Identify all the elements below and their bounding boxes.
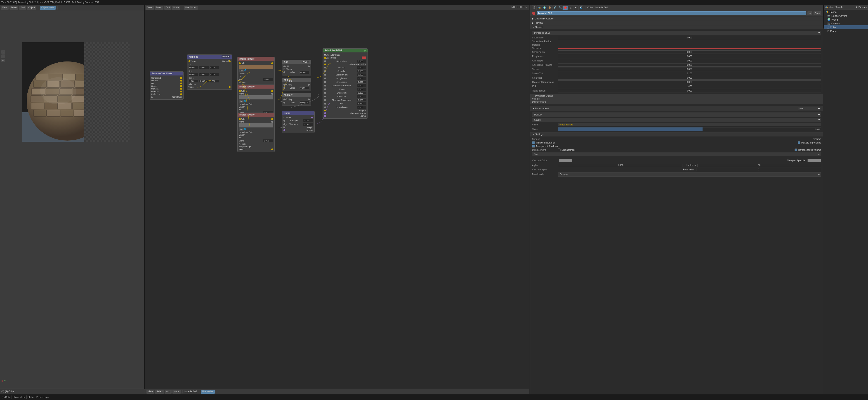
- multiple-importance-checkbox[interactable]: [532, 141, 535, 144]
- use-nodes-btn[interactable]: Use Nodes: [201, 390, 215, 394]
- img-tex-1-blend-val[interactable]: [263, 78, 273, 81]
- add-value[interactable]: [300, 71, 310, 74]
- principled-aniso-val[interactable]: [357, 81, 366, 84]
- clearcoat-val[interactable]: 0.000: [558, 76, 821, 80]
- alpha-val[interactable]: 1.000: [559, 164, 682, 167]
- view-menu-btn[interactable]: View: [1, 6, 8, 10]
- blend-mode-final-select[interactable]: Opaque Alpha Clip Alpha Hashed Alpha Ble…: [558, 172, 821, 177]
- bump-distance-val[interactable]: [303, 123, 313, 126]
- principled-clearcoat-val[interactable]: [357, 95, 366, 98]
- tex-coord-fromdupli[interactable]: ☐ From Dupli: [151, 96, 182, 98]
- principled-ior-val[interactable]: [357, 102, 366, 105]
- add-menu-btn[interactable]: Add: [19, 6, 26, 10]
- viewport-color-swatch[interactable]: [559, 159, 572, 162]
- blend-mode-select[interactable]: True False: [532, 152, 821, 156]
- sheentint-val[interactable]: 0.100: [558, 72, 821, 75]
- transparent-shadows-checkbox[interactable]: [532, 145, 535, 148]
- viewport-tool-2[interactable]: ↕: [1, 55, 5, 58]
- principled-spectint-val[interactable]: [357, 73, 366, 76]
- node-view-btn[interactable]: View: [146, 6, 154, 10]
- settings-toggle[interactable]: ▼ Settings: [530, 132, 823, 136]
- principled-anisorot-val[interactable]: [357, 84, 366, 87]
- render-props-tab[interactable]: 🎬: [532, 5, 537, 10]
- mapping-node[interactable]: Mapping Point ▾ Vector Normal Loc: [187, 55, 232, 90]
- displacement-shader-select[interactable]: Multiply Add: [532, 113, 821, 117]
- mapping-rot-y[interactable]: [199, 73, 209, 76]
- principled-color-swatch[interactable]: [362, 57, 366, 59]
- disp-value-slider[interactable]: 0.550: [558, 127, 821, 131]
- node-use-nodes-btn[interactable]: Use Nodes: [184, 6, 198, 10]
- node-view-btn-2[interactable]: View: [147, 390, 154, 394]
- surface-shader-select[interactable]: Principled BSDF Diffuse BSDF Glossy BSDF: [532, 31, 821, 35]
- img-tex-1-controls[interactable]: Flat 🌐: [239, 69, 273, 72]
- multiple-importance-row[interactable]: Multiple Importance Multiple Importance: [530, 141, 823, 145]
- multiply-1-value[interactable]: [300, 86, 310, 90]
- material-name-input[interactable]: [537, 11, 806, 16]
- modifier-props-tab[interactable]: 🔧: [558, 5, 563, 10]
- disp-checkbox[interactable]: [558, 149, 561, 151]
- texture-coord-node[interactable]: Texture Coordinate Generated Normal UV O…: [150, 71, 184, 100]
- principled-subsurface-val[interactable]: [357, 60, 366, 63]
- mapping-loc-x[interactable]: [188, 66, 198, 69]
- outliner-camera[interactable]: 📷 Camera: [824, 22, 868, 25]
- particles-props-tab[interactable]: ✦: [573, 5, 578, 10]
- hardness-val[interactable]: 50: [698, 164, 821, 167]
- surface-toggle[interactable]: ▼ Surface: [530, 25, 823, 29]
- node-node-btn-2[interactable]: Node: [173, 390, 181, 394]
- transmission-val[interactable]: 0.000: [558, 89, 821, 92]
- bump-node[interactable]: Bump ☐ Invert Strength Distance: [282, 111, 315, 133]
- mapping-scale-y[interactable]: [199, 80, 209, 83]
- homogeneous-checkbox[interactable]: [795, 149, 797, 151]
- object-mode-btn[interactable]: Object Mode: [40, 6, 56, 10]
- world-props-tab[interactable]: 🌍: [542, 5, 547, 10]
- scenes-filter[interactable]: All Scenes: [856, 6, 867, 8]
- add-node[interactable]: Add Value Add ☐ Clamp Value: [282, 60, 311, 75]
- node-add-btn-2[interactable]: Add: [165, 390, 172, 394]
- specular-val[interactable]: [558, 48, 821, 49]
- principled-specular-val[interactable]: [357, 70, 366, 73]
- principled-bsdf-node[interactable]: Principled BSDF Multiscatter GGX Base Co…: [322, 49, 368, 119]
- img-tex-2-controls[interactable]: Flat 🌐: [239, 100, 273, 102]
- node-node-btn[interactable]: Node: [172, 6, 180, 10]
- multiply-node-2[interactable]: Multiply Multiply Value: [282, 93, 311, 106]
- viewport-tool-1[interactable]: ↔: [1, 50, 5, 54]
- speculartint-val[interactable]: 0.000: [558, 51, 821, 54]
- displacement-clamp-select[interactable]: Clamp: [532, 118, 821, 122]
- pass-index-val[interactable]: 0: [696, 168, 821, 171]
- transparent-shadows-row[interactable]: Transparent Shadows: [530, 145, 823, 148]
- outliner-plane[interactable]: ◻ Plane: [824, 29, 868, 33]
- mapping-loc-y[interactable]: [199, 66, 209, 69]
- principled-ccrough-val[interactable]: [357, 98, 366, 102]
- principled-sheen-val[interactable]: [357, 88, 366, 91]
- ior-val[interactable]: 1.450: [558, 85, 821, 88]
- node-canvas[interactable]: Texture Coordinate Generated Normal UV O…: [145, 10, 529, 382]
- multiple-importance-right-checkbox[interactable]: [798, 141, 800, 144]
- select-menu-btn[interactable]: Select: [9, 6, 19, 10]
- img-tex-3-controls[interactable]: Flat 🌐: [239, 128, 273, 131]
- outliner-scene[interactable]: 🎭 Scene: [824, 10, 868, 14]
- sheen-val[interactable]: 0.000: [558, 68, 821, 71]
- displacement-toggle[interactable]: ▼ Displacement Math Bump Only Displaceme…: [530, 106, 823, 111]
- mapping-scale-z[interactable]: [209, 80, 219, 83]
- constraint-props-tab[interactable]: 🔗: [553, 5, 557, 10]
- mapping-scale-x[interactable]: [188, 80, 198, 83]
- material-props-tab[interactable]: 🔴: [563, 5, 568, 10]
- data-props-tab[interactable]: △: [568, 5, 573, 10]
- preview-toggle[interactable]: ▶ Preview: [530, 21, 823, 25]
- object-props-tab[interactable]: 📦: [547, 5, 552, 10]
- roughness-val[interactable]: 0.000: [558, 55, 821, 58]
- img-tex-3-blend-val[interactable]: [263, 139, 273, 142]
- node-select-btn-2[interactable]: Select: [155, 390, 164, 394]
- material-data-btn[interactable]: Data: [813, 11, 821, 16]
- img-tex-1-flat-btn[interactable]: Flat: [239, 69, 244, 72]
- node-add-btn[interactable]: Add: [164, 6, 171, 10]
- multiply-2-value[interactable]: [300, 101, 310, 104]
- scene-props-tab[interactable]: 🎭: [537, 5, 542, 10]
- img-tex-3-flat-btn[interactable]: Flat: [239, 128, 244, 131]
- principled-metallic-val[interactable]: [357, 66, 366, 69]
- physics-props-tab[interactable]: 🌊: [579, 5, 583, 10]
- anisotropic-rot-val[interactable]: 0.000: [558, 63, 821, 67]
- node-select-btn[interactable]: Select: [155, 6, 164, 10]
- subsurface-val[interactable]: 0.000: [558, 36, 821, 39]
- outliner-world[interactable]: 🌍 World: [824, 18, 868, 22]
